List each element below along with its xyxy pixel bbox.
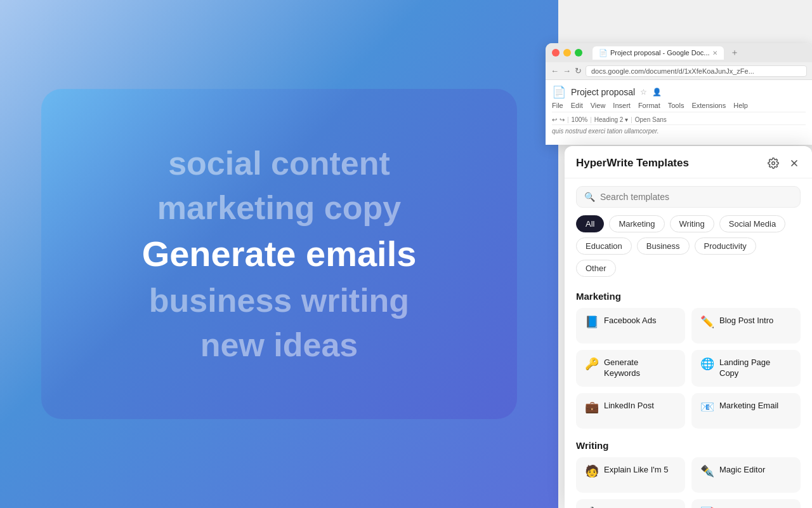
browser-forward-button[interactable]: →	[563, 66, 571, 76]
chip-business[interactable]: Business	[637, 237, 690, 255]
doc-icon: 📄	[552, 85, 566, 99]
menu-tools[interactable]: Tools	[668, 102, 684, 109]
chip-writing[interactable]: Writing	[670, 215, 714, 232]
search-icon: 🔍	[584, 192, 595, 202]
search-bar[interactable]: 🔍	[576, 186, 801, 208]
marketing-email-label: Marketing Email	[719, 401, 778, 411]
chip-social-media[interactable]: Social Media	[719, 215, 785, 232]
chip-education[interactable]: Education	[576, 237, 632, 255]
redo-button[interactable]: ↪	[560, 116, 565, 123]
menu-insert[interactable]: Insert	[613, 102, 631, 109]
chip-all[interactable]: All	[576, 215, 604, 232]
doc-menu-bar: File Edit View Insert Format Tools Exten…	[552, 102, 806, 112]
template-landing-page-copy[interactable]: 🌐 Landing Page Copy	[691, 350, 801, 387]
section-marketing-label: Marketing	[565, 284, 812, 305]
settings-button[interactable]	[766, 156, 780, 170]
section-writing-label: Writing	[565, 434, 812, 455]
menu-edit[interactable]: Edit	[571, 102, 583, 109]
search-input[interactable]	[600, 192, 792, 202]
hero-line-4: business writing	[149, 281, 409, 320]
hero-line-3: Generate emails	[142, 232, 417, 275]
hero-line-1: social content	[168, 144, 390, 183]
facebook-ads-label: Facebook Ads	[604, 316, 656, 326]
browser-refresh-button[interactable]: ↻	[575, 66, 582, 76]
panel-body: Marketing 📘 Facebook Ads ✏️ Blog Post In…	[565, 282, 812, 508]
browser-tab-close[interactable]: ✕	[712, 50, 717, 57]
blog-post-intro-icon: ✏️	[700, 316, 714, 328]
template-conclusion-generator[interactable]: ♟️ Conclusion Generator	[576, 499, 685, 508]
menu-format[interactable]: Format	[638, 102, 660, 109]
panel-header: HyperWrite Templates	[565, 146, 812, 178]
doc-body: quis nostrud exerci tation ullamcorper.	[552, 128, 806, 135]
svg-point-0	[772, 162, 775, 165]
marketing-template-grid: 📘 Facebook Ads ✏️ Blog Post Intro 🔑 Gene…	[565, 305, 812, 434]
writing-template-grid: 🧑 Explain Like I'm 5 ✒️ Magic Editor ♟️ …	[565, 455, 812, 508]
marketing-email-icon: 📧	[700, 401, 714, 413]
hero-line-5: new ideas	[200, 325, 358, 364]
browser-back-button[interactable]: ←	[551, 66, 559, 76]
template-magic-editor[interactable]: ✒️ Magic Editor	[691, 457, 801, 493]
doc-header: 📄 Project proposal ☆ 👤	[552, 85, 806, 99]
magic-editor-icon: ✒️	[700, 465, 714, 477]
hero-section: social content marketing copy Generate e…	[0, 0, 558, 508]
panel-title: HyperWrite Templates	[576, 157, 689, 170]
explain-like-5-label: Explain Like I'm 5	[604, 465, 668, 476]
close-button[interactable]	[788, 157, 801, 170]
landing-page-copy-label: Landing Page Copy	[719, 358, 792, 379]
browser-content: 📄 Project proposal ☆ 👤 File Edit View In…	[546, 80, 812, 145]
hero-line-2: marketing copy	[157, 188, 401, 227]
explain-like-5-icon: 🧑	[585, 465, 599, 477]
doc-format-bar: ↩ ↪ | 100% | Heading 2 ▾ | Open Sans	[552, 115, 806, 125]
blog-post-intro-label: Blog Post Intro	[719, 316, 773, 326]
generate-keywords-icon: 🔑	[585, 358, 599, 370]
browser-address-bar: ← → ↻ docs.google.com/document/d/1xXfeKo…	[546, 62, 812, 80]
undo-button[interactable]: ↩	[552, 116, 557, 123]
linkedin-post-icon: 💼	[585, 401, 599, 413]
menu-file[interactable]: File	[552, 102, 563, 109]
template-linkedin-post[interactable]: 💼 LinkedIn Post	[576, 393, 685, 429]
template-explain-like-5[interactable]: 🧑 Explain Like I'm 5	[576, 457, 685, 493]
chip-marketing[interactable]: Marketing	[609, 215, 664, 232]
filter-chips: All Marketing Writing Social Media Educa…	[565, 213, 812, 282]
template-generate-keywords[interactable]: 🔑 Generate Keywords	[576, 350, 685, 387]
hero-card: social content marketing copy Generate e…	[41, 89, 517, 419]
browser-dot-green[interactable]	[575, 49, 582, 57]
template-blog-post-intro[interactable]: ✏️ Blog Post Intro	[691, 308, 801, 344]
doc-title: Project proposal	[571, 87, 635, 97]
browser-dot-red[interactable]	[552, 49, 560, 57]
template-facebook-ads[interactable]: 📘 Facebook Ads	[576, 308, 685, 344]
menu-extensions[interactable]: Extensions	[691, 102, 726, 109]
chip-other[interactable]: Other	[576, 260, 616, 277]
chip-productivity[interactable]: Productivity	[695, 237, 756, 255]
facebook-ads-icon: 📘	[585, 316, 599, 328]
new-tab-button[interactable]: ＋	[730, 47, 739, 58]
template-marketing-email[interactable]: 📧 Marketing Email	[691, 393, 801, 429]
browser-tab[interactable]: 📄 Project proposal - Google Doc... ✕	[593, 46, 724, 60]
browser-titlebar: 📄 Project proposal - Google Doc... ✕ ＋	[546, 43, 812, 62]
linkedin-post-label: LinkedIn Post	[604, 401, 654, 411]
browser-dot-yellow[interactable]	[563, 49, 571, 57]
landing-page-copy-icon: 🌐	[700, 358, 714, 370]
menu-help[interactable]: Help	[733, 102, 748, 109]
magic-editor-label: Magic Editor	[719, 465, 765, 476]
generate-keywords-label: Generate Keywords	[604, 358, 676, 379]
panel-action-icons	[766, 156, 801, 170]
menu-view[interactable]: View	[591, 102, 606, 109]
browser-window: 📄 Project proposal - Google Doc... ✕ ＋ ←…	[546, 43, 812, 145]
template-rewrite-content[interactable]: 📝 Rewrite Content	[691, 499, 801, 508]
hyperwrite-panel: HyperWrite Templates 🔍 All Marketing	[565, 146, 812, 508]
browser-url-bar[interactable]: docs.google.com/document/d/1xXfeKoaJunJx…	[586, 65, 807, 77]
browser-tab-title: Project proposal - Google Doc...	[610, 49, 710, 57]
